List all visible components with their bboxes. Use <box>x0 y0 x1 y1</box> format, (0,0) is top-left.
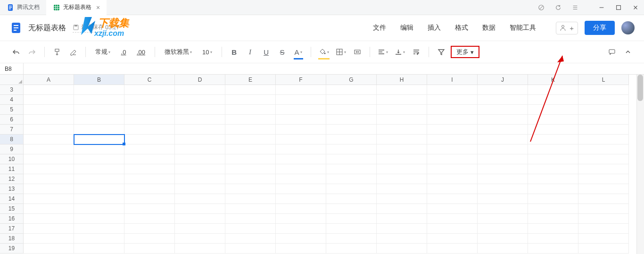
cell[interactable] <box>225 204 276 214</box>
cell[interactable] <box>225 135 276 144</box>
cell[interactable] <box>124 125 175 135</box>
cell[interactable] <box>225 105 276 115</box>
cell[interactable] <box>326 125 377 135</box>
cell[interactable] <box>427 204 478 214</box>
cell[interactable] <box>427 174 478 184</box>
cell[interactable] <box>528 164 578 174</box>
cell[interactable] <box>478 154 528 164</box>
cell[interactable] <box>528 125 578 135</box>
cell[interactable] <box>326 144 377 154</box>
cell[interactable] <box>578 154 629 164</box>
cell[interactable] <box>175 234 225 244</box>
cell[interactable] <box>225 95 276 105</box>
close-icon[interactable]: × <box>96 4 100 11</box>
cell[interactable] <box>326 95 377 105</box>
cell[interactable] <box>276 85 326 95</box>
cell[interactable] <box>74 164 124 174</box>
col-header[interactable]: J <box>478 75 528 85</box>
cell[interactable] <box>578 164 629 174</box>
row-header[interactable]: 11 <box>0 164 24 174</box>
cell[interactable] <box>74 105 124 115</box>
col-header[interactable]: K <box>528 75 578 85</box>
doc-title[interactable]: 无标题表格 <box>28 23 66 33</box>
row-header[interactable]: 4 <box>0 95 24 105</box>
cell[interactable] <box>74 95 124 105</box>
cell[interactable] <box>478 135 528 144</box>
cell[interactable] <box>175 194 225 204</box>
cell[interactable] <box>276 115 326 125</box>
cell[interactable] <box>124 95 175 105</box>
cell[interactable] <box>377 154 427 164</box>
cell[interactable] <box>175 154 225 164</box>
increase-decimal-button[interactable]: .00 <box>133 45 149 59</box>
cell[interactable] <box>74 234 124 244</box>
cell[interactable] <box>175 135 225 144</box>
cell[interactable] <box>225 154 276 164</box>
cell[interactable] <box>175 144 225 154</box>
cell[interactable] <box>24 244 74 254</box>
cell[interactable] <box>175 115 225 125</box>
cell[interactable] <box>175 214 225 224</box>
cell[interactable] <box>478 224 528 234</box>
cell[interactable] <box>276 135 326 144</box>
cell[interactable] <box>124 244 175 254</box>
avatar[interactable] <box>621 21 635 34</box>
cell[interactable] <box>528 144 578 154</box>
decrease-decimal-button[interactable]: .0 <box>117 45 130 59</box>
cell[interactable] <box>175 244 225 254</box>
cell[interactable] <box>377 224 427 234</box>
cell[interactable] <box>478 204 528 214</box>
row-header[interactable]: 19 <box>0 244 24 254</box>
cell[interactable] <box>276 105 326 115</box>
cell[interactable] <box>427 115 478 125</box>
col-header[interactable]: B <box>74 75 124 85</box>
row-header[interactable]: 8 <box>0 135 24 144</box>
cell[interactable] <box>528 184 578 194</box>
col-header[interactable]: L <box>578 75 629 85</box>
cell[interactable] <box>427 234 478 244</box>
cell[interactable] <box>528 95 578 105</box>
cell[interactable] <box>326 115 377 125</box>
cell[interactable] <box>326 234 377 244</box>
scrollbar-thumb[interactable] <box>637 75 643 101</box>
row-header[interactable]: 15 <box>0 204 24 214</box>
name-box[interactable]: B8 <box>0 63 24 74</box>
redo-button[interactable] <box>25 45 39 59</box>
cell[interactable] <box>427 164 478 174</box>
cell[interactable] <box>478 214 528 224</box>
cell[interactable] <box>326 194 377 204</box>
cell[interactable] <box>24 224 74 234</box>
share-button[interactable]: 分享 <box>585 21 615 35</box>
cell[interactable] <box>377 214 427 224</box>
cell[interactable] <box>124 224 175 234</box>
cell[interactable] <box>528 204 578 214</box>
cell[interactable] <box>175 105 225 115</box>
merge-cells-button[interactable] <box>351 45 364 59</box>
cell[interactable] <box>276 204 326 214</box>
cell[interactable] <box>326 204 377 214</box>
clear-format-button[interactable] <box>66 45 80 59</box>
cell[interactable] <box>24 115 74 125</box>
cell[interactable] <box>175 174 225 184</box>
cell[interactable] <box>478 174 528 184</box>
cell[interactable] <box>578 125 629 135</box>
cell[interactable] <box>225 174 276 184</box>
menu-format[interactable]: 格式 <box>452 22 471 34</box>
cell[interactable] <box>24 85 74 95</box>
vertical-scrollbar[interactable] <box>636 75 644 254</box>
cell[interactable] <box>377 144 427 154</box>
cell[interactable] <box>175 184 225 194</box>
cell[interactable] <box>326 224 377 234</box>
cell[interactable] <box>478 85 528 95</box>
cell[interactable] <box>578 224 629 234</box>
cell[interactable] <box>478 144 528 154</box>
cell[interactable] <box>326 214 377 224</box>
cell[interactable] <box>377 135 427 144</box>
cell[interactable] <box>24 214 74 224</box>
cell[interactable] <box>528 214 578 224</box>
col-header[interactable]: A <box>24 75 74 85</box>
cell[interactable] <box>276 184 326 194</box>
cell[interactable] <box>124 115 175 125</box>
cell[interactable] <box>225 85 276 95</box>
cell[interactable] <box>276 95 326 105</box>
